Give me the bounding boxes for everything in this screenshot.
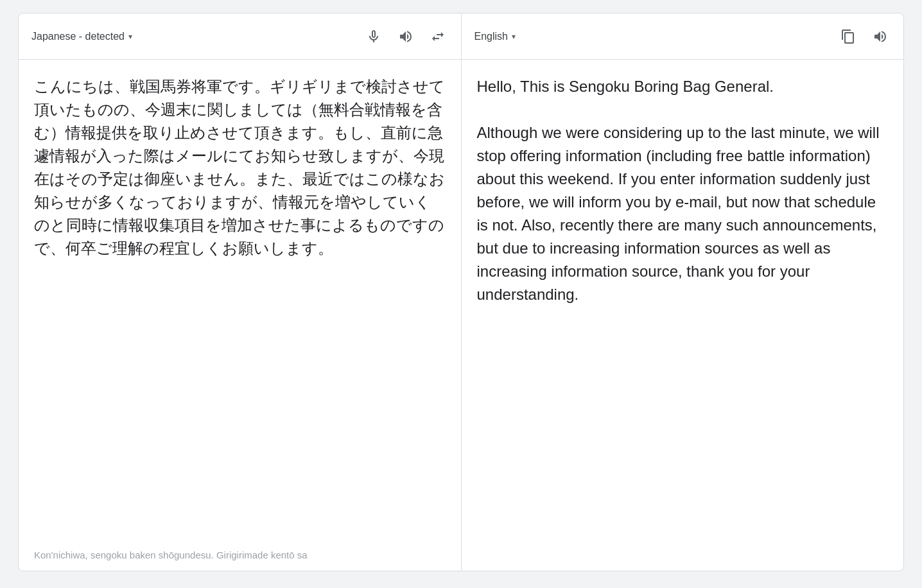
target-volume-button[interactable]	[870, 26, 891, 47]
target-body: Hello, This is Sengoku Boring Bag Genera…	[462, 60, 904, 571]
copy-translation-button[interactable]	[838, 26, 858, 47]
source-body: こんにちは、戦国馬券将軍です。ギリギリまで検討させて頂いたものの、今週末に関しま…	[19, 60, 461, 571]
source-volume-button[interactable]	[396, 26, 416, 47]
target-language-selector[interactable]: English ▾	[474, 31, 516, 42]
translated-text: Hello, This is Sengoku Boring Bag Genera…	[477, 75, 889, 306]
source-panel: Japanese - detected ▾	[19, 13, 462, 571]
target-header-icons	[838, 26, 891, 47]
microphone-button[interactable]	[363, 26, 384, 47]
source-header: Japanese - detected ▾	[19, 13, 461, 60]
swap-languages-button[interactable]	[428, 26, 448, 47]
translation-panels: Japanese - detected ▾	[19, 13, 903, 571]
source-language-selector[interactable]: Japanese - detected ▾	[31, 31, 132, 42]
source-header-icons	[363, 26, 448, 47]
target-language-label: English	[474, 31, 508, 42]
romanization-text: Kon'nichiwa, sengoku baken shōgundesu. G…	[34, 549, 446, 560]
target-panel: English ▾	[462, 13, 904, 571]
target-language-chevron: ▾	[512, 32, 516, 41]
target-header: English ▾	[462, 13, 904, 60]
source-language-label: Japanese - detected	[31, 31, 125, 42]
source-language-chevron: ▾	[128, 32, 132, 41]
translator-app: Japanese - detected ▾	[18, 13, 904, 571]
source-text[interactable]: こんにちは、戦国馬券将軍です。ギリギリまで検討させて頂いたものの、今週末に関しま…	[34, 75, 446, 539]
